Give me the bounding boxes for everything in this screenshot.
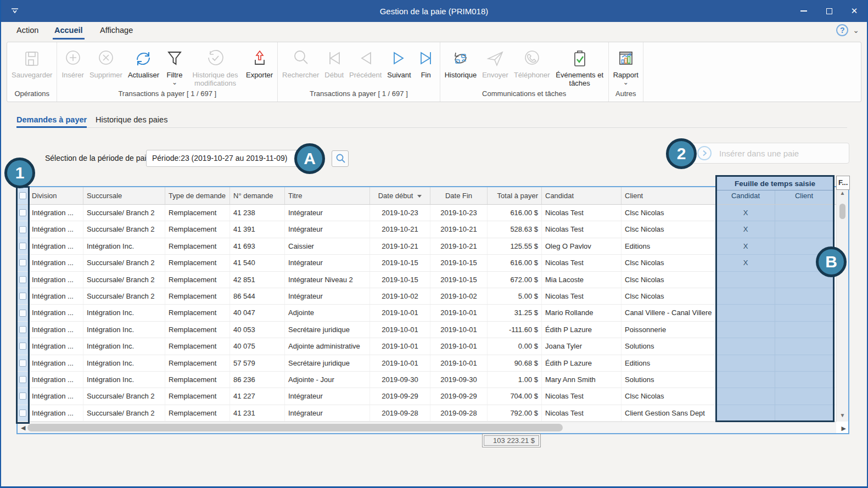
previous-record-button[interactable]: Précédent (347, 46, 384, 80)
row-checkbox[interactable] (19, 293, 26, 300)
column-header-type[interactable]: Type de demande (165, 187, 230, 204)
send-button[interactable]: Envoyer (480, 46, 511, 80)
row-checkbox[interactable] (19, 259, 26, 266)
cell-succursale: Succursale/ Branch 2 (83, 221, 165, 237)
table-row[interactable]: Intégration ...Succursale/ Branch 2Rempl… (18, 255, 836, 271)
export-button[interactable]: Exporter (244, 46, 275, 80)
cell-succursale: Intégration Inc. (83, 322, 165, 338)
cell-candidat: Édith P Lazure (542, 355, 621, 371)
modification-history-button[interactable]: Historique des modifications (188, 46, 243, 88)
row-checkbox[interactable] (19, 310, 26, 317)
table-row[interactable]: Intégration ...Intégration Inc.Remplacem… (18, 305, 836, 321)
column-header-succursale[interactable]: Succursale (83, 187, 165, 204)
events-tasks-button[interactable]: Événements et tâches (553, 46, 606, 88)
table-row[interactable]: Intégration ...Intégration Inc.Remplacem… (18, 238, 836, 255)
table-row[interactable]: Intégration ...Succursale/ Branch 2Rempl… (18, 405, 836, 422)
maximize-button[interactable] (816, 0, 842, 22)
cell-titre: Adjointe administrative (285, 338, 370, 354)
filter-button[interactable]: Filtre ⌄ (163, 46, 187, 86)
column-header-candidat[interactable]: Candidat (542, 187, 621, 204)
next-record-button[interactable]: Suivant (385, 46, 413, 80)
table-row[interactable]: Intégration ...Succursale/ Branch 2Rempl… (18, 205, 836, 221)
cell-candidat: Nicolas Test (542, 288, 621, 304)
first-record-button[interactable]: Début (322, 46, 346, 80)
row-checkbox[interactable] (19, 360, 26, 367)
insert-into-pay-button[interactable]: Insérer dans une paie (690, 143, 849, 164)
column-header-label: Type de demande (169, 192, 226, 200)
quick-access-toolbar-icon[interactable] (11, 8, 19, 14)
table-row[interactable]: Intégration ...Intégration Inc.Remplacem… (18, 372, 836, 388)
feuille-de-temps-group-header[interactable]: Feuille de temps saisie (717, 177, 833, 190)
history-button[interactable]: Historique (443, 46, 479, 80)
refresh-button[interactable]: Actualiser (126, 46, 161, 80)
ribbon-group-label: Transactions à payer [ 1 / 697 ] (59, 88, 275, 102)
minimize-icon (800, 10, 807, 12)
table-row[interactable]: Intégration ...Intégration Inc.Remplacem… (18, 355, 836, 372)
scroll-down-icon[interactable]: ▼ (837, 412, 848, 419)
tab-historique-des-paies[interactable]: Historique des paies (96, 115, 167, 124)
row-checkbox[interactable] (19, 243, 26, 250)
cell-client: Clsc Nicolas (621, 272, 716, 288)
row-checkbox[interactable] (19, 376, 26, 383)
last-record-button[interactable]: Fin (415, 46, 438, 80)
row-checkbox[interactable] (19, 209, 26, 216)
cell-ft_candidat: X (716, 205, 775, 221)
cell-numero: 41 238 (230, 205, 285, 221)
cell-total: 0.00 $ (488, 338, 542, 354)
help-icon[interactable]: ? (836, 24, 848, 36)
column-header-titre[interactable]: Titre (285, 187, 370, 204)
table-row[interactable]: Intégration ...Succursale/ Branch 2Rempl… (18, 272, 836, 288)
cell-division: Intégration ... (29, 338, 83, 354)
delete-button[interactable]: Supprimer (87, 46, 125, 80)
row-checkbox[interactable] (19, 276, 26, 283)
menu-tab-action[interactable]: Action (16, 26, 38, 35)
cell-date_debut: 2019-10-01 (370, 338, 430, 354)
row-checkbox[interactable] (19, 343, 26, 350)
row-checkbox-cell (18, 288, 29, 304)
cell-client: Clsc Nicolas (621, 255, 716, 271)
horizontal-scrollbar-thumb[interactable] (27, 424, 563, 431)
cell-date_fin: 2019-10-15 (430, 272, 488, 288)
table-row[interactable]: Intégration ...Intégration Inc.Remplacem… (18, 322, 836, 338)
row-checkbox[interactable] (19, 410, 26, 417)
table-row[interactable]: Intégration ...Succursale/ Branch 2Rempl… (18, 288, 836, 305)
cell-date_debut: 2019-10-01 (370, 355, 430, 371)
column-header-label: Titre (288, 192, 303, 200)
row-checkbox[interactable] (19, 326, 26, 333)
vertical-scrollbar-thumb[interactable] (839, 204, 845, 219)
scroll-up-icon[interactable]: ▲ (837, 189, 848, 197)
cell-date_fin: 2019-10-15 (430, 255, 488, 271)
minimize-button[interactable] (791, 0, 816, 22)
horizontal-scrollbar[interactable]: ◀ (18, 422, 836, 433)
column-header-f-truncated[interactable]: F... (836, 176, 850, 190)
table-row[interactable]: Intégration ...Succursale/ Branch 2Rempl… (18, 221, 836, 238)
column-header-date_fin[interactable]: Date Fin (430, 187, 488, 204)
row-checkbox[interactable] (19, 226, 26, 233)
search-records-button[interactable]: Rechercher (280, 46, 321, 80)
close-button[interactable]: ✕ (842, 0, 867, 22)
column-header-total[interactable]: Total à payer (488, 187, 542, 204)
period-input[interactable]: Période:23 (2019-10-27 au 2019-11-09) (146, 150, 300, 167)
report-button[interactable]: Rapport ⌄ (611, 46, 641, 86)
column-header-division[interactable]: Division (29, 187, 83, 204)
total-box: 103 223.21 $ (482, 434, 541, 447)
column-header-numero[interactable]: N° demande (230, 187, 285, 204)
save-button[interactable]: Sauvegarder (9, 46, 54, 80)
column-header-date_debut[interactable]: Date début (370, 187, 430, 204)
column-header-client[interactable]: Client (621, 187, 716, 204)
select-all-checkbox[interactable] (19, 192, 26, 199)
insert-button[interactable]: Insérer (59, 46, 86, 80)
table-row[interactable]: Intégration ...Succursale/ Branch 2Rempl… (18, 388, 836, 405)
table-row[interactable]: Intégration ...Intégration Inc.Remplacem… (18, 338, 836, 355)
phone-button[interactable]: Téléphoner (512, 46, 552, 80)
scroll-left-icon[interactable]: ◀ (21, 424, 25, 432)
menu-tab-affichage[interactable]: Affichage (100, 26, 133, 35)
row-checkbox[interactable] (19, 392, 26, 400)
menu-tab-accueil[interactable]: Accueil (54, 26, 83, 35)
scroll-right-icon[interactable]: ▶ (842, 425, 846, 432)
period-search-button[interactable] (332, 150, 349, 167)
collapse-ribbon-icon[interactable]: ⌄ (853, 26, 859, 35)
tab-demandes-a-payer[interactable]: Demandes à payer (16, 115, 87, 124)
vertical-scrollbar[interactable]: ▲ ▼ (836, 187, 848, 422)
cell-date_fin: 2019-09-30 (430, 372, 488, 388)
